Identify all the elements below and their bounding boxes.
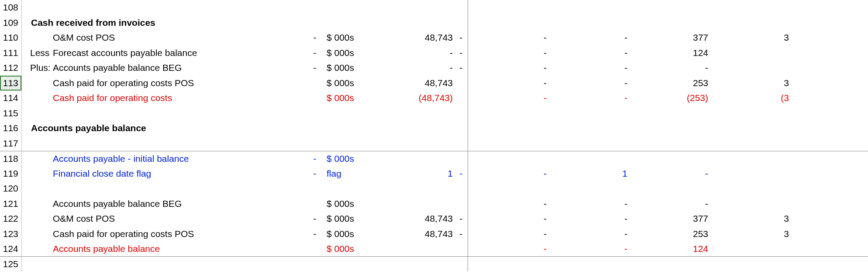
value-cell[interactable] (455, 91, 468, 106)
prefix-cell[interactable]: Plus: (29, 60, 50, 76)
value-cell[interactable] (791, 60, 868, 76)
dash-cell[interactable] (308, 241, 321, 257)
prefix-cell[interactable] (29, 30, 50, 45)
value-cell[interactable]: - (468, 91, 548, 106)
cell[interactable] (354, 60, 387, 76)
cell[interactable] (791, 15, 868, 31)
cell[interactable] (548, 257, 629, 272)
cell[interactable] (455, 106, 468, 121)
cell[interactable] (50, 136, 308, 151)
cell[interactable] (21, 121, 29, 136)
value-cell[interactable]: (253) (629, 91, 710, 106)
dash-cell[interactable]: - (308, 151, 321, 166)
cell[interactable] (21, 60, 29, 76)
value-cell[interactable] (387, 151, 455, 166)
cell[interactable] (21, 45, 29, 61)
value-cell[interactable]: - (548, 30, 629, 45)
value-cell[interactable] (455, 151, 468, 166)
row-header[interactable]: 121 (0, 196, 21, 212)
value-cell[interactable]: 377 (629, 211, 710, 227)
prefix-cell[interactable] (29, 76, 50, 91)
prefix-cell[interactable] (29, 151, 50, 166)
cell[interactable] (468, 15, 548, 31)
cell[interactable] (321, 106, 354, 121)
value-cell[interactable]: - (468, 166, 548, 181)
value-cell[interactable] (710, 196, 791, 212)
cell[interactable] (548, 181, 629, 196)
value-cell[interactable]: 124 (629, 45, 710, 61)
label-cell[interactable]: O&M cost POS (50, 30, 308, 45)
cell[interactable] (791, 0, 868, 15)
cell[interactable] (629, 136, 710, 151)
label-cell[interactable]: Cash paid for operating costs POS (50, 227, 308, 242)
unit-cell[interactable]: $ 000s (321, 91, 354, 106)
cell[interactable] (629, 257, 710, 272)
row-header[interactable]: 110 (0, 30, 21, 45)
row-header[interactable]: 118 (0, 151, 21, 166)
value-cell[interactable] (791, 211, 868, 227)
value-cell[interactable]: 3 (710, 227, 791, 242)
value-cell[interactable] (791, 91, 868, 106)
row-header[interactable]: 120 (0, 181, 21, 196)
unit-cell[interactable]: $ 000s (321, 30, 354, 45)
cell[interactable] (50, 181, 308, 196)
cell[interactable] (455, 0, 468, 15)
row-header[interactable]: 111 (0, 45, 21, 61)
value-cell[interactable] (791, 76, 868, 91)
value-cell[interactable]: 3 (710, 211, 791, 227)
cell[interactable] (50, 0, 308, 15)
dash-cell[interactable]: - (308, 30, 321, 45)
cell[interactable] (308, 106, 321, 121)
value-cell[interactable]: - (548, 227, 629, 242)
value-cell[interactable] (455, 196, 468, 212)
cell[interactable] (791, 106, 868, 121)
value-cell[interactable]: - (468, 196, 548, 212)
label-cell[interactable]: Cash paid for operating costs POS (50, 76, 308, 91)
cell[interactable] (455, 257, 468, 272)
value-cell[interactable]: - (468, 45, 548, 61)
cell[interactable] (21, 241, 29, 257)
cell[interactable] (791, 257, 868, 272)
cell[interactable] (387, 106, 455, 121)
cell[interactable] (354, 181, 387, 196)
row-header[interactable]: 124 (0, 241, 21, 257)
value-cell[interactable]: 253 (629, 76, 710, 91)
value-cell[interactable]: 253 (629, 227, 710, 242)
cell[interactable] (21, 257, 29, 272)
cell[interactable] (468, 106, 548, 121)
row-header[interactable]: 108 (0, 0, 21, 15)
value-cell[interactable]: 124 (629, 241, 710, 257)
value-cell[interactable]: 377 (629, 30, 710, 45)
value-cell[interactable]: - (548, 91, 629, 106)
cell[interactable] (468, 257, 548, 272)
value-cell[interactable]: - (455, 227, 468, 242)
label-cell[interactable]: O&M cost POS (50, 211, 308, 227)
cell[interactable] (354, 0, 387, 15)
cell[interactable] (710, 136, 791, 151)
cell[interactable] (387, 121, 455, 136)
value-cell[interactable] (468, 151, 548, 166)
value-cell[interactable]: - (629, 60, 710, 76)
cell[interactable] (354, 166, 387, 181)
cell[interactable] (21, 30, 29, 45)
cell[interactable] (308, 121, 321, 136)
value-cell[interactable]: - (455, 30, 468, 45)
row-header[interactable]: 112 (0, 60, 21, 76)
prefix-cell[interactable] (29, 241, 50, 257)
cell[interactable] (791, 121, 868, 136)
value-cell[interactable] (791, 30, 868, 45)
spreadsheet-grid[interactable]: 108109Cash received from invoices110O&M … (0, 0, 868, 272)
cell[interactable] (387, 257, 455, 272)
cell[interactable] (354, 121, 387, 136)
cell[interactable] (21, 166, 29, 181)
cell[interactable] (321, 121, 354, 136)
cell[interactable] (629, 0, 710, 15)
cell[interactable] (321, 0, 354, 15)
value-cell[interactable]: 48,743 (387, 211, 455, 227)
value-cell[interactable]: - (387, 60, 455, 76)
unit-cell[interactable]: flag (321, 166, 354, 181)
value-cell[interactable] (791, 196, 868, 212)
value-cell[interactable]: 48,743 (387, 30, 455, 45)
cell[interactable] (548, 136, 629, 151)
cell[interactable] (387, 0, 455, 15)
